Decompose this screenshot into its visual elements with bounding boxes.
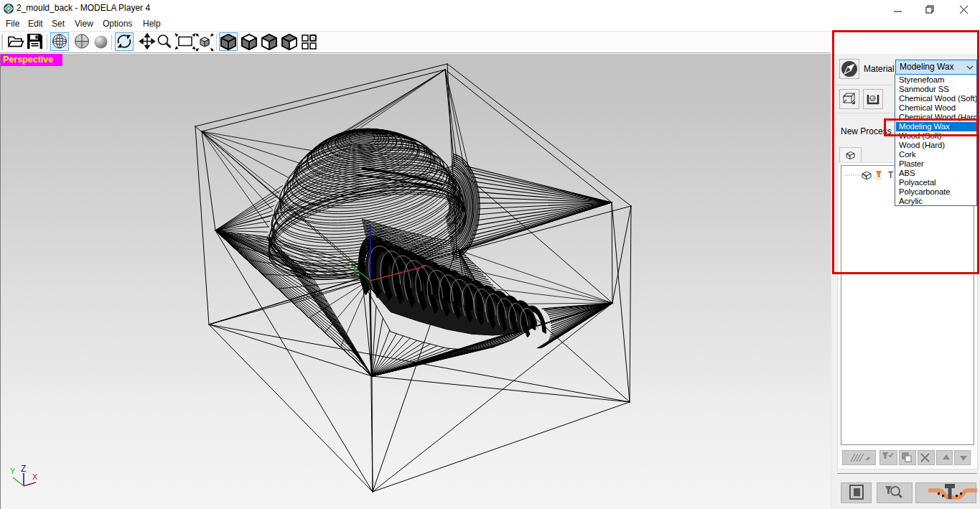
svg-text:Z: Z [21, 464, 26, 474]
svg-text:?: ? [312, 37, 314, 42]
svg-text:X: X [32, 472, 38, 481]
svg-text:Y: Y [10, 467, 16, 475]
